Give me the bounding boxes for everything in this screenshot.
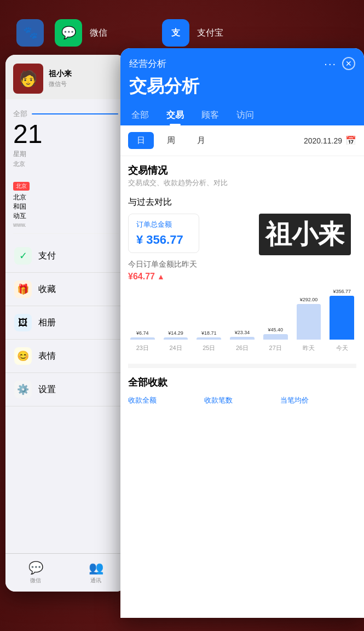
bar-value-label: ¥14.29 xyxy=(168,330,183,336)
bar xyxy=(164,337,188,340)
day-label: 星期 xyxy=(13,150,118,159)
order-amount-value: ¥ 356.77 xyxy=(136,233,191,247)
contacts-tab-icon: 👥 xyxy=(89,561,103,575)
bar-group: ¥14.29 xyxy=(164,330,188,340)
calendar-icon[interactable]: 📅 xyxy=(345,135,356,146)
col-avg-price: 当笔均价 xyxy=(280,395,356,405)
menu-item-favorites[interactable]: 🎁 收藏 xyxy=(5,273,126,306)
date-number: 21 xyxy=(13,121,118,147)
baidu-icon[interactable]: 🐾 xyxy=(16,19,44,47)
bar-value-label: ¥6.74 xyxy=(136,330,149,336)
all-payment-title: 全部收款 xyxy=(128,376,356,389)
wechat-username: 祖小来 xyxy=(49,69,118,79)
pay-icon: ✓ xyxy=(14,247,32,265)
emoji-icon: 😊 xyxy=(14,347,32,365)
period-day-button[interactable]: 日 xyxy=(128,132,154,149)
period-month-button[interactable]: 月 xyxy=(188,132,214,149)
watermark-overlay: 祖小来 xyxy=(259,214,351,255)
wechat-tab-label: 微信 xyxy=(30,577,41,584)
all-tab-label: 全部 xyxy=(13,109,27,119)
comparison-title: 与过去对比 xyxy=(128,197,356,208)
tab-wechat[interactable]: 💬 微信 xyxy=(28,561,43,584)
all-payment-section: 全部收款 收款全额 收款笔数 当笔均价 xyxy=(128,364,356,405)
date-filter-row: 日 周 月 2020.11.29 📅 xyxy=(120,125,364,156)
bar-date-label: 23日 xyxy=(130,344,155,352)
bar-date-label: 26日 xyxy=(230,344,255,352)
bar xyxy=(297,304,321,340)
favorites-icon: 🎁 xyxy=(14,280,32,298)
menu-item-album[interactable]: 🖼 相册 xyxy=(5,306,126,340)
bar-value-label: ¥292.00 xyxy=(300,297,318,302)
comparison-value-row: ¥64.77 ▲ xyxy=(128,272,356,282)
bar xyxy=(230,337,255,340)
transaction-section-subtitle: 交易成交、收款趋势分析、对比 xyxy=(128,178,356,188)
tab-contacts[interactable]: 👥 通讯 xyxy=(89,561,103,584)
avatar: 🧑 xyxy=(13,64,43,94)
bar-group: ¥23.34 xyxy=(230,330,255,340)
bar-date-label: 27日 xyxy=(263,344,288,352)
menu-settings-label: 设置 xyxy=(38,384,56,395)
bar xyxy=(263,334,288,340)
bar-group: ¥356.77 xyxy=(330,289,354,340)
menu-item-emoji[interactable]: 😊 表情 xyxy=(5,340,126,373)
contacts-tab-label: 通讯 xyxy=(90,577,101,584)
bars-container: ¥6.74¥14.29¥18.71¥23.34¥45.40¥292.00¥356… xyxy=(128,290,356,340)
period-week-button[interactable]: 周 xyxy=(158,132,184,149)
wechat-header: 🧑 祖小来 微信号 xyxy=(5,55,126,99)
wechat-app-label: 微信 xyxy=(90,27,107,39)
tab-underline xyxy=(32,113,118,114)
album-icon: 🖼 xyxy=(14,314,32,331)
wechat-menu: ✓ 支付 🎁 收藏 🖼 相册 😊 表情 ⚙️ 设置 xyxy=(5,239,126,406)
comparison-desc: 今日订单金额比昨天 xyxy=(128,260,356,269)
menu-emoji-label: 表情 xyxy=(38,351,56,362)
menu-item-pay[interactable]: ✓ 支付 xyxy=(5,239,126,273)
wechat-weixinhao: 微信号 xyxy=(49,80,118,88)
bar-date-label: 24日 xyxy=(164,344,188,352)
wechat-user-info: 祖小来 微信号 xyxy=(49,69,118,88)
date-display: 2020.11.29 📅 xyxy=(304,135,356,146)
alipay-main-content: 交易情况 交易成交、收款趋势分析、对比 与过去对比 订单总金额 ¥ 356.77… xyxy=(120,156,364,618)
news-source: www. xyxy=(13,222,118,228)
location-badge: 北京 xyxy=(13,182,30,191)
col-transaction-count: 收款笔数 xyxy=(204,395,280,405)
bar-value-label: ¥45.40 xyxy=(268,327,283,332)
wechat-card: 🧑 祖小来 微信号 全部 21 星期 北京 北京 北京和国动互 www. ✓ xyxy=(5,55,126,592)
tab-customer[interactable]: 顾客 xyxy=(193,105,228,125)
tab-transaction[interactable]: 交易 xyxy=(158,105,193,125)
order-amount-box: 订单总金额 ¥ 356.77 xyxy=(128,214,199,253)
amount-boxes: 订单总金额 ¥ 356.77 祖小来 xyxy=(128,214,356,253)
menu-favorites-label: 收藏 xyxy=(38,284,56,295)
alipay-icon[interactable]: 支 xyxy=(162,19,189,47)
bar-group: ¥18.71 xyxy=(197,330,221,340)
bar-group: ¥292.00 xyxy=(297,297,321,340)
bar-date-label: 25日 xyxy=(197,344,221,352)
menu-album-label: 相册 xyxy=(38,317,56,329)
alipay-card: 经营分析 ··· ✕ 交易分析 全部 交易 顾客 访问 日 周 月 2020.1… xyxy=(120,48,364,618)
menu-item-settings[interactable]: ⚙️ 设置 xyxy=(5,373,126,406)
transaction-section-title: 交易情况 xyxy=(128,164,356,177)
news-section: 北京 北京和国动互 www. xyxy=(13,175,118,234)
alipay-tabs: 全部 交易 顾客 访问 xyxy=(129,105,355,125)
wechat-icon[interactable]: 💬 xyxy=(55,19,82,47)
wechat-app-group: 💬 微信 xyxy=(55,19,107,47)
bar-date-label: 今天 xyxy=(330,344,354,352)
date-value: 2020.11.29 xyxy=(304,136,342,145)
bar-chart: ¥6.74¥14.29¥18.71¥23.34¥45.40¥292.00¥356… xyxy=(128,290,356,356)
app-switcher-bar: 🐾 💬 微信 支 支付宝 xyxy=(0,0,364,60)
bar xyxy=(197,337,221,340)
comparison-diff-value: ¥64.77 xyxy=(128,272,155,282)
bar-value-label: ¥356.77 xyxy=(333,289,351,294)
bar-value-label: ¥18.71 xyxy=(201,330,217,336)
tab-all[interactable]: 全部 xyxy=(129,105,158,125)
up-arrow-icon: ▲ xyxy=(157,272,165,281)
bar-date-label: 昨天 xyxy=(297,344,321,352)
news-title: 北京和国动互 xyxy=(13,193,118,220)
city-label: 北京 xyxy=(13,160,118,168)
bar xyxy=(130,337,155,340)
wechat-bottom-bar: 💬 微信 👥 通讯 xyxy=(5,553,126,592)
payment-columns: 收款全额 收款笔数 当笔均价 xyxy=(128,395,356,405)
wechat-content: 全部 21 星期 北京 北京 北京和国动互 www. xyxy=(5,99,126,239)
alipay-big-title: 交易分析 xyxy=(129,74,355,99)
wechat-tab-icon: 💬 xyxy=(28,561,43,575)
tab-visit[interactable]: 访问 xyxy=(228,105,263,125)
